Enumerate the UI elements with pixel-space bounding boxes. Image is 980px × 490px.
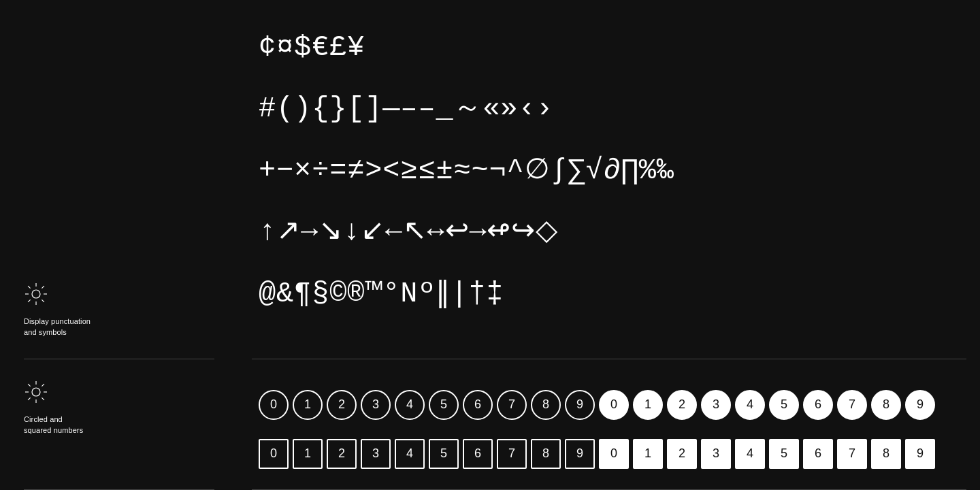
svg-line-8 — [28, 299, 31, 302]
circled-outline-6: 6 — [463, 390, 493, 420]
circled-squared-label: Circled and squared numbers — [24, 414, 214, 436]
svg-line-7 — [42, 286, 44, 289]
circled-filled-2: 2 — [667, 390, 697, 420]
squared-outline-5: 5 — [429, 439, 459, 469]
sidebar-top-content: Display punctuation and symbols — [24, 0, 214, 359]
svg-line-6 — [42, 299, 44, 302]
circled-outline-9: 9 — [565, 390, 595, 420]
symbol-text-4: ↑↗→↘↓↙←↖↔↩→↫↪◇ — [259, 216, 558, 248]
circled-filled-0: 0 — [599, 390, 629, 420]
circled-filled-3: 3 — [701, 390, 731, 420]
circled-outline-0: 0 — [259, 390, 289, 420]
squared-outline-1: 1 — [293, 439, 323, 469]
circled-filled-9: 9 — [905, 390, 935, 420]
squared-filled-3: 3 — [701, 439, 731, 469]
squared-outline-6: 6 — [463, 439, 493, 469]
circled-outline-1: 1 — [293, 390, 323, 420]
punctuation-section: Display punctuation and symbols ¢¤$€£¥ #… — [0, 0, 980, 359]
squared-filled-6: 6 — [803, 439, 833, 469]
squared-numbers-row: 0 1 2 3 4 5 6 7 8 9 0 1 2 3 4 5 — [259, 439, 946, 469]
circled-squared-content: 0 1 2 3 4 5 6 7 8 9 0 1 2 3 4 5 — [238, 359, 980, 489]
circled-outline-7: 7 — [497, 390, 527, 420]
svg-point-9 — [32, 388, 40, 396]
circled-filled-5: 5 — [769, 390, 799, 420]
svg-line-15 — [42, 397, 44, 400]
circled-numbers-row: 0 1 2 3 4 5 6 7 8 9 0 1 2 3 4 5 — [259, 390, 946, 420]
squared-filled-2: 2 — [667, 439, 697, 469]
page-wrapper: Display punctuation and symbols ¢¤$€£¥ #… — [0, 0, 980, 490]
circled-outline-2: 2 — [327, 390, 357, 420]
squared-filled-9: 9 — [905, 439, 935, 469]
svg-line-16 — [42, 384, 44, 387]
squared-outline-0: 0 — [259, 439, 289, 469]
squared-filled-4: 4 — [735, 439, 765, 469]
circled-outline-3: 3 — [361, 390, 391, 420]
sidebar-bottom: Circled and squared numbers — [0, 359, 238, 489]
squared-outline-9: 9 — [565, 439, 595, 469]
circled-filled-1: 1 — [633, 390, 663, 420]
squared-filled-5: 5 — [769, 439, 799, 469]
symbol-row-2: #(){}[]—––_～«»‹› — [259, 92, 946, 126]
svg-line-5 — [28, 286, 31, 289]
sidebar-bottom-content: Circled and squared numbers — [24, 359, 214, 489]
circled-filled-6: 6 — [803, 390, 833, 420]
circled-outline-5: 5 — [429, 390, 459, 420]
circled-outline-8: 8 — [531, 390, 561, 420]
squared-outline-3: 3 — [361, 439, 391, 469]
symbol-text-2: #(){}[]—––_～«»‹› — [259, 93, 554, 125]
symbol-text-3: +−×÷=≠><≥≤±≈~¬^∅∫∑√∂∏%‰ — [259, 154, 674, 187]
sun-icon — [24, 282, 48, 306]
svg-line-14 — [28, 384, 31, 387]
symbol-text-5: @&¶§©®™°Nº‖|†‡ — [259, 278, 504, 310]
circled-filled-8: 8 — [871, 390, 901, 420]
svg-line-17 — [28, 397, 31, 400]
squared-outline-7: 7 — [497, 439, 527, 469]
squared-outline-2: 2 — [327, 439, 357, 469]
numbers-section: 0 1 2 3 4 5 6 7 8 9 0 1 2 3 4 5 — [259, 390, 946, 469]
squared-outline-4: 4 — [395, 439, 425, 469]
squared-filled-0: 0 — [599, 439, 629, 469]
symbol-text-1: ¢¤$€£¥ — [259, 31, 365, 64]
circled-filled-7: 7 — [837, 390, 867, 420]
symbol-row-1: ¢¤$€£¥ — [259, 31, 946, 65]
squared-filled-7: 7 — [837, 439, 867, 469]
symbol-row-3: +−×÷=≠><≥≤±≈~¬^∅∫∑√∂∏%‰ — [259, 154, 946, 188]
symbol-row-4: ↑↗→↘↓↙←↖↔↩→↫↪◇ — [259, 215, 946, 249]
svg-point-0 — [32, 290, 40, 298]
symbol-row-5: @&¶§©®™°Nº‖|†‡ — [259, 277, 946, 311]
punctuation-content: ¢¤$€£¥ #(){}[]—––_～«»‹› +−×÷=≠><≥≤±≈~¬^∅… — [238, 0, 980, 359]
sidebar-top: Display punctuation and symbols — [0, 0, 238, 359]
sun-icon-2 — [24, 380, 48, 404]
circled-filled-4: 4 — [735, 390, 765, 420]
punctuation-label: Display punctuation and symbols — [24, 316, 214, 338]
squared-outline-8: 8 — [531, 439, 561, 469]
circled-outline-4: 4 — [395, 390, 425, 420]
circled-squared-section: Circled and squared numbers 0 1 2 3 4 5 … — [0, 359, 980, 489]
squared-filled-8: 8 — [871, 439, 901, 469]
squared-filled-1: 1 — [633, 439, 663, 469]
